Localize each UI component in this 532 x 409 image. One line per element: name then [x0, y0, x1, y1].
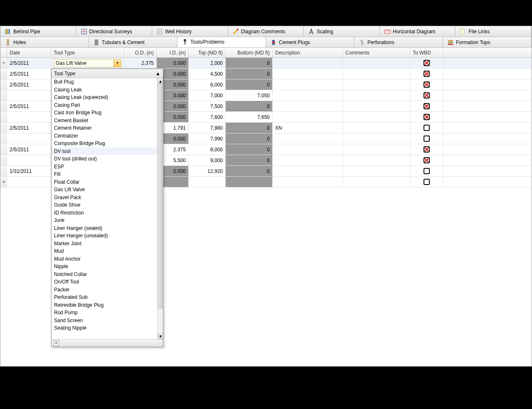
to-wbd-checkbox[interactable]	[424, 168, 430, 174]
cell-description[interactable]	[273, 144, 343, 155]
scroll-down-button[interactable]: ▾	[158, 333, 163, 339]
cell-comments[interactable]	[343, 58, 410, 68]
cell-comments[interactable]	[343, 133, 410, 144]
cell-description[interactable]	[273, 69, 343, 79]
cell-top[interactable]: 6,000	[189, 79, 226, 90]
to-wbd-checkbox[interactable]	[424, 114, 430, 120]
dropdown-item[interactable]: ID Restriction	[52, 209, 157, 217]
cell-top[interactable]: 7,600	[189, 112, 226, 122]
col-top[interactable]: Top (MD ft)	[189, 48, 226, 57]
dropdown-item[interactable]: ESP	[52, 163, 157, 171]
tab-directional-surveys[interactable]: Directional Surveys	[76, 26, 153, 37]
cell-to-wbd[interactable]	[410, 123, 443, 133]
dropdown-item[interactable]: Cement Basket	[52, 117, 157, 125]
tab-holes[interactable]: Holes	[0, 37, 89, 47]
dropdown-item[interactable]: Gas Lift Valve	[52, 186, 157, 194]
cell-comments[interactable]	[343, 144, 410, 155]
cell-top[interactable]: 7,000	[189, 90, 226, 101]
cell-date[interactable]: 1/31/2011	[7, 166, 51, 176]
cell-comments[interactable]	[343, 112, 410, 122]
cell-date[interactable]: 2/5/2011	[7, 58, 51, 68]
dropdown-item[interactable]: Mud	[52, 247, 157, 255]
table-row[interactable]: ✎2/5/2011Gas Lift Valve▼2.3750.0002,0000	[0, 58, 532, 69]
cell-comments[interactable]	[343, 166, 410, 176]
cell-comments[interactable]	[343, 155, 410, 165]
tab-horizontal-diagram[interactable]: Horizontal Diagram	[380, 26, 456, 37]
cell-top[interactable]: 7,990	[189, 133, 226, 144]
cell-description[interactable]	[273, 101, 343, 111]
dropdown-item[interactable]: Composite Bridge Plug	[52, 140, 157, 148]
cell-bottom[interactable]: 0	[226, 101, 273, 111]
dropdown-item[interactable]: Casing Leak (squeezed)	[52, 94, 157, 101]
col-comments[interactable]: Comments	[343, 48, 410, 57]
dropdown-header[interactable]: Tool Type ▲	[52, 69, 163, 78]
cell-description[interactable]	[273, 133, 343, 144]
tab-scaling[interactable]: Scaling	[304, 26, 380, 37]
col-date[interactable]: Date	[7, 48, 51, 57]
tab-file-links[interactable]: File Links	[456, 26, 532, 37]
cell-description[interactable]	[273, 155, 343, 165]
cell-to-wbd[interactable]	[410, 58, 443, 68]
cell-comments[interactable]	[343, 123, 410, 133]
cell-bottom[interactable]: 7,050	[226, 90, 273, 101]
cell-comments[interactable]	[343, 69, 410, 79]
cell-bottom[interactable]: 0	[226, 58, 273, 68]
dropdown-item[interactable]: DV tool	[52, 148, 157, 155]
cell-top[interactable]: 7,980	[189, 123, 226, 133]
cell-to-wbd[interactable]	[410, 177, 443, 187]
tool-type-combo[interactable]: Gas Lift Valve▼	[54, 59, 121, 67]
col-id[interactable]: I.D. (in)	[157, 48, 189, 57]
cell-description[interactable]	[273, 58, 343, 68]
dropdown-item[interactable]: Guide Shoe	[52, 201, 157, 209]
cell-to-wbd[interactable]	[410, 101, 443, 111]
cell-top[interactable]: 12,920	[189, 166, 226, 176]
col-tool-type[interactable]: Tool Type	[51, 48, 124, 57]
cell-top[interactable]: 4,500	[189, 69, 226, 79]
cell-comments[interactable]	[343, 90, 410, 101]
dropdown-item[interactable]: Nipple	[52, 263, 157, 271]
cell-description[interactable]	[273, 90, 343, 101]
tab-cement-plugs[interactable]: Cement Plugs	[266, 37, 355, 47]
cell-id[interactable]: 0.000	[157, 58, 189, 68]
tab-behind-pipe[interactable]: Behind Pipe	[0, 26, 76, 37]
cell-to-wbd[interactable]	[410, 112, 443, 122]
dropdown-item[interactable]: Notched Collar	[52, 271, 157, 278]
dropdown-item[interactable]: Cast Iron Bridge Plug	[52, 109, 157, 117]
dropdown-close-button[interactable]: ×	[53, 340, 59, 346]
cell-description[interactable]	[273, 166, 343, 176]
cell-comments[interactable]	[343, 101, 410, 111]
col-bottom[interactable]: Bottom (MD ft)	[226, 48, 273, 57]
cell-od[interactable]: 2.375	[124, 58, 157, 68]
cell-date[interactable]: 2/5/2011	[7, 101, 51, 111]
cell-date[interactable]: 2/5/2011	[7, 123, 51, 133]
dropdown-item[interactable]: DV tool (drilled out)	[52, 155, 157, 163]
cell-bottom[interactable]: 0	[226, 123, 273, 133]
dropdown-item[interactable]: Perforated Sub	[52, 293, 157, 301]
tab-tubulars-cement[interactable]: Tubulars & Cement	[89, 37, 177, 47]
cell-to-wbd[interactable]	[410, 166, 443, 176]
cell-comments[interactable]	[343, 177, 410, 187]
dropdown-item[interactable]: Liner Hanger (unsealed)	[52, 232, 157, 240]
cell-top[interactable]: 2,000	[189, 58, 226, 68]
cell-to-wbd[interactable]	[410, 144, 443, 155]
dropdown-button[interactable]: ▼	[113, 59, 121, 67]
cell-date[interactable]	[7, 90, 51, 101]
cell-top[interactable]: 9,000	[189, 155, 226, 165]
cell-date[interactable]: 2/5/2011	[7, 69, 51, 79]
dropdown-item[interactable]: Liner Hanger (sealed)	[52, 224, 157, 232]
to-wbd-checkbox[interactable]	[424, 92, 430, 99]
cell-bottom[interactable]: 0	[226, 133, 273, 144]
dropdown-item[interactable]: Fill	[52, 170, 157, 178]
cell-bottom[interactable]: 0	[226, 79, 273, 90]
cell-bottom[interactable]: 0	[226, 155, 273, 165]
cell-date[interactable]	[7, 112, 51, 122]
to-wbd-checkbox[interactable]	[424, 179, 430, 185]
cell-bottom[interactable]	[226, 177, 273, 187]
scroll-thumb[interactable]	[158, 84, 163, 308]
dropdown-item[interactable]: Retrevible Bridge Plug	[52, 301, 157, 309]
dropdown-item[interactable]: Gravel Pack	[52, 194, 157, 202]
cell-to-wbd[interactable]	[410, 69, 443, 79]
dropdown-item[interactable]: Bull Plug	[52, 78, 157, 86]
dropdown-item[interactable]: Centralizer	[52, 132, 157, 140]
cell-to-wbd[interactable]	[410, 155, 443, 165]
